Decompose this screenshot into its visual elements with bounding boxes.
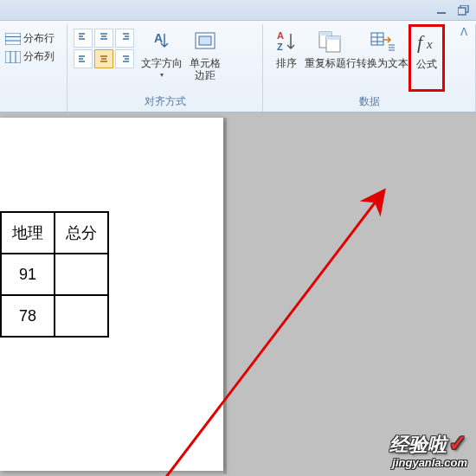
svg-rect-29 — [199, 36, 211, 45]
sort-button[interactable]: AZ 排序 — [268, 26, 305, 71]
table-header[interactable]: 地理 — [1, 212, 55, 254]
cell-margin-label: 单元格 边距 — [190, 57, 221, 81]
align-mid-right[interactable] — [115, 49, 134, 68]
restore-button[interactable] — [457, 4, 471, 16]
minimize-button[interactable] — [434, 4, 448, 16]
distribute-cols-label: 分布列 — [23, 49, 55, 64]
table-cell[interactable] — [55, 295, 108, 337]
cell-margin-icon — [191, 28, 219, 55]
watermark: 经验啦 ✓ jingyanla.com — [389, 430, 467, 469]
table-cell[interactable] — [55, 254, 108, 295]
table-cell[interactable]: 91 — [1, 254, 55, 295]
formula-label: 公式 — [416, 58, 437, 70]
align-mid-left[interactable] — [74, 49, 93, 68]
distribute-rows-label: 分布行 — [23, 31, 55, 46]
svg-text:Z: Z — [277, 42, 283, 52]
table-row: 78 — [1, 295, 108, 337]
svg-rect-3 — [5, 33, 21, 45]
svg-rect-33 — [319, 32, 331, 35]
check-icon: ✓ — [448, 430, 467, 457]
distribute-rows-icon — [5, 33, 21, 45]
formula-icon: fx — [413, 29, 441, 56]
sort-label: 排序 — [276, 57, 297, 69]
workspace: 地理 总分 91 78 经验啦 ✓ jingyanla.com — [0, 113, 476, 476]
svg-rect-35 — [326, 36, 340, 40]
alignment-group: A 文字方向 ▾ 单元格 边距 对齐方式 — [68, 24, 263, 112]
chevron-down-icon: ▾ — [160, 71, 164, 79]
distribute-group-label — [5, 95, 61, 112]
distribute-cols-button[interactable]: 分布列 — [5, 49, 55, 64]
alignment-grid — [73, 28, 135, 69]
document-page: 地理 总分 91 78 — [0, 118, 223, 471]
distribute-group: 分布行 分布列 — [0, 24, 68, 112]
titlebar — [0, 0, 476, 21]
repeat-header-icon — [317, 28, 344, 55]
formula-button[interactable]: fx 公式 — [408, 24, 445, 92]
table-header[interactable]: 总分 — [55, 212, 108, 254]
align-top-right[interactable] — [115, 29, 134, 48]
align-mid-center[interactable] — [94, 49, 113, 68]
svg-rect-0 — [437, 12, 446, 14]
table-row: 地理 总分 — [1, 212, 108, 254]
text-direction-icon: A — [148, 28, 176, 55]
table-row: 91 — [1, 254, 108, 295]
svg-text:A: A — [277, 30, 284, 41]
data-group-label: 数据 — [268, 93, 470, 112]
svg-rect-2 — [458, 8, 466, 15]
text-direction-label: 文字方向 — [141, 57, 183, 69]
align-top-left[interactable] — [74, 29, 93, 48]
sort-icon: AZ — [273, 28, 300, 55]
convert-to-text-button[interactable]: 转换为文本 — [357, 26, 408, 71]
distribute-cols-icon — [5, 51, 21, 63]
table-cell[interactable]: 78 — [1, 295, 55, 337]
svg-rect-6 — [5, 51, 21, 63]
cell-margin-button[interactable]: 单元格 边距 — [183, 26, 227, 83]
svg-text:f: f — [417, 31, 425, 53]
align-top-center[interactable] — [94, 29, 113, 48]
collapse-ribbon-icon[interactable]: ᐱ — [460, 26, 467, 38]
data-table[interactable]: 地理 总分 91 78 — [0, 211, 109, 338]
distribute-rows-button[interactable]: 分布行 — [5, 31, 55, 46]
repeat-header-button[interactable]: 重复标题行 — [305, 26, 357, 71]
repeat-header-label: 重复标题行 — [305, 57, 357, 69]
watermark-url: jingyanla.com — [389, 456, 467, 469]
alignment-group-label: 对齐方式 — [73, 93, 257, 112]
convert-to-text-icon — [369, 28, 396, 55]
svg-text:x: x — [426, 37, 433, 51]
text-direction-button[interactable]: A 文字方向 ▾ — [140, 26, 183, 80]
watermark-text: 经验啦 — [389, 432, 447, 458]
convert-to-text-label: 转换为文本 — [357, 57, 408, 69]
ribbon: ᐱ 分布行 分布列 — [0, 21, 476, 113]
data-group: AZ 排序 重复标题行 转换为文本 — [263, 24, 476, 112]
